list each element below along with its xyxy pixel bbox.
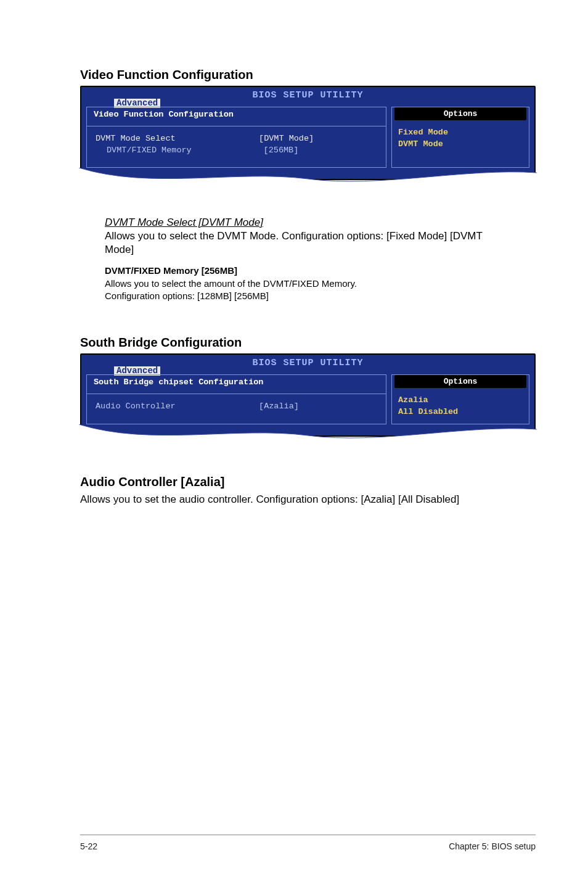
bios-setting-value: [Azalia] [259,400,377,412]
bios-setting-label: DVMT Mode Select [96,133,259,144]
sub-setting-title: DVMT/FIXED Memory [256MB] [105,265,487,277]
bios-options-panel: Options Fixed Mode DVMT Mode [391,107,529,168]
setting-description: DVMT Mode Select [DVMT Mode] Allows you … [105,216,499,256]
section-heading-audio-controller: Audio Controller [Azalia] [80,475,536,489]
page-curl-decoration [80,424,536,444]
setting-description-title: DVMT Mode Select [DVMT Mode] [105,216,499,229]
section-heading-video: Video Function Configuration [80,68,536,82]
bios-utility-title: BIOS SETUP UTILITY [252,90,363,101]
bios-left-panel: South Bridge chipset Configuration Audio… [86,374,386,424]
option-item[interactable]: DVMT Mode [398,138,523,150]
option-item[interactable]: All Disabled [398,406,523,418]
bios-setting-row[interactable]: DVMT Mode Select [DVMT Mode] [96,133,377,144]
bios-header: BIOS SETUP UTILITY Advanced [86,357,529,374]
bios-options-panel: Options Azalia All Disabled [391,374,529,424]
sub-setting-description: DVMT/FIXED Memory [256MB] Allows you to … [105,265,487,302]
option-item[interactable]: Azalia [398,394,523,406]
sub-setting-body: Configuration options: [128MB] [256MB] [105,290,487,302]
bios-left-panel: Video Function Configuration DVMT Mode S… [86,107,386,168]
bios-panel-subtitle: Video Function Configuration [90,110,237,119]
chapter-label: Chapter 5: BIOS setup [449,841,536,851]
setting-description-body: Allows you to select the DVMT Mode. Conf… [105,229,499,257]
page-number: 5-22 [80,841,97,851]
bios-setting-value: [256MB] [264,144,377,156]
bios-panel-subtitle: South Bridge chipset Configuration [90,377,267,387]
page-footer: 5-22 Chapter 5: BIOS setup [80,835,536,851]
bios-setting-row[interactable]: DVMT/FIXED Memory [256MB] [96,144,377,156]
options-title: Options [394,375,526,388]
bios-setting-value: [DVMT Mode] [259,133,377,144]
section-heading-south-bridge: South Bridge Configuration [80,336,536,350]
option-item[interactable]: Fixed Mode [398,126,523,138]
bios-setting-label: Audio Controller [96,400,259,412]
bios-header: BIOS SETUP UTILITY Advanced [86,89,529,107]
bios-setting-label: DVMT/FIXED Memory [107,144,264,156]
audio-controller-body: Allows you to set the audio controller. … [80,493,536,506]
bios-panel-video: BIOS SETUP UTILITY Advanced Video Functi… [80,86,536,180]
bios-setting-row[interactable]: Audio Controller [Azalia] [96,400,377,412]
sub-setting-body: Allows you to select the amount of the D… [105,278,487,290]
bios-utility-title: BIOS SETUP UTILITY [252,358,363,368]
options-title: Options [394,107,526,120]
page-curl-decoration [80,168,536,188]
